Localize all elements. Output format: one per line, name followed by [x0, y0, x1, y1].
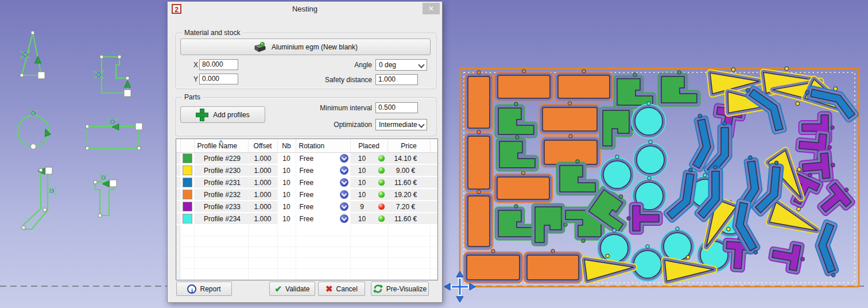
angle-select[interactable]: 0 deg	[375, 59, 427, 71]
vertex-handle[interactable]	[86, 147, 89, 150]
vertex-handle[interactable]	[98, 214, 102, 217]
material-button[interactable]: Aluminium egm (New blank)	[180, 38, 431, 55]
validate-button[interactable]: ✔ Validate	[269, 282, 315, 296]
profile-price: 14.10 €	[388, 153, 430, 165]
vertex-handle[interactable]	[20, 74, 24, 77]
refresh-icon	[373, 284, 383, 294]
rotation-dropdown-icon[interactable]	[340, 214, 348, 223]
y-field[interactable]: 0.000	[199, 74, 238, 84]
safety-distance-field[interactable]: 1.000	[375, 74, 418, 85]
profile-sketch[interactable]	[94, 55, 131, 97]
profile-row[interactable]: Profile #2331.00010Free97.20 €	[176, 201, 437, 213]
nested-part-green	[499, 136, 535, 168]
parts-label: Parts	[182, 93, 203, 101]
vertex-handle[interactable]	[38, 72, 45, 79]
rotation-dropdown-icon[interactable]	[340, 166, 348, 175]
vertex-handle[interactable]	[45, 167, 52, 174]
profile-nb[interactable]: 10	[277, 164, 296, 176]
cancel-button[interactable]: ✖ Cancel	[318, 282, 365, 296]
material-block-icon	[253, 42, 267, 52]
col-placed[interactable]: Placed	[350, 139, 388, 153]
profile-sketch[interactable]	[86, 118, 142, 150]
col-rotation[interactable]: Rotation	[296, 139, 350, 153]
add-profiles-button[interactable]: Add profiles	[180, 106, 265, 123]
nested-part-orange	[558, 70, 610, 98]
vertex-handle[interactable]	[137, 147, 141, 150]
nested-part-orange	[468, 190, 490, 247]
vertex-handle[interactable]	[126, 76, 129, 80]
profile-sketch[interactable]	[94, 174, 117, 217]
material-stock-label: Material and stock	[182, 29, 242, 37]
profile-rotation: Free	[300, 155, 314, 163]
profile-name: Profile #229	[194, 153, 248, 165]
vertex-handle[interactable]	[43, 208, 46, 211]
lead-in-dot	[516, 136, 519, 139]
y-label: Y	[193, 75, 198, 83]
lead-in-dot	[477, 130, 480, 134]
check-icon: ✔	[274, 284, 282, 294]
col-nb[interactable]: Nb	[277, 139, 296, 153]
optimization-select[interactable]: Intermediate	[375, 119, 427, 130]
profile-color-swatch	[183, 202, 192, 211]
minimum-interval-field[interactable]: 0.500	[375, 102, 418, 113]
lead-in-dot	[748, 156, 752, 160]
lead-in-dot	[521, 171, 525, 175]
vertex-handle[interactable]	[22, 226, 25, 229]
lead-in-dot	[831, 126, 834, 129]
lead-in-dot	[676, 227, 679, 230]
vertex-handle[interactable]	[86, 125, 89, 128]
profiles-table[interactable]: Profile Name Offset Nb Rotation Placed P…	[176, 138, 438, 280]
profile-sketch[interactable]	[22, 167, 57, 229]
rotation-dropdown-icon[interactable]	[340, 154, 348, 163]
vertex-handle[interactable]	[31, 31, 34, 34]
profile-name: Profile #232	[194, 188, 248, 201]
profile-nb[interactable]: 10	[277, 153, 296, 165]
profile-nb[interactable]: 10	[277, 188, 296, 201]
profile-row[interactable]: Profile #2321.00010Free1019.20 €	[176, 188, 437, 201]
profile-nb[interactable]: 10	[277, 201, 296, 213]
report-button[interactable]: i Report	[176, 282, 232, 296]
sort-asc-icon	[219, 140, 223, 143]
table-header-row[interactable]: Profile Name Offset Nb Rotation Placed P…	[176, 139, 437, 153]
vertex-handle[interactable]	[100, 55, 103, 59]
profile-row[interactable]: Profile #2291.00010Free1014.10 €	[176, 153, 437, 165]
profile-row[interactable]: Profile #2301.00010Free109.00 €	[176, 164, 437, 176]
profile-name: Profile #233	[194, 201, 248, 213]
col-price[interactable]: Price	[388, 139, 430, 153]
vertex-handle[interactable]	[110, 180, 117, 187]
vertex-handle[interactable]	[135, 123, 142, 130]
lead-in-dot	[514, 102, 518, 106]
lead-in-dot	[633, 73, 637, 76]
profile-nb[interactable]: 10	[277, 176, 296, 188]
profile-sketch[interactable]	[20, 31, 45, 79]
dialog-title: Nesting	[168, 5, 442, 13]
close-icon[interactable]: ✕	[423, 3, 440, 14]
direction-arrow-icon	[35, 56, 41, 63]
profile-sketch[interactable]	[18, 109, 51, 149]
vertex-handle[interactable]	[118, 55, 121, 59]
empty-row	[176, 258, 437, 269]
profile-row[interactable]: Profile #2341.00010Free1011.60 €	[176, 213, 437, 225]
dialog-titlebar[interactable]: 2 Nesting ✕	[168, 2, 442, 17]
rotation-dropdown-icon[interactable]	[340, 178, 348, 187]
previsualize-button[interactable]: Pre-Visualize	[371, 282, 429, 296]
profile-nb[interactable]: 10	[277, 213, 296, 225]
chevron-down-icon	[418, 121, 424, 128]
vertex-handle[interactable]	[94, 180, 97, 184]
nested-part-green	[603, 110, 635, 146]
rotation-dropdown-icon[interactable]	[340, 190, 348, 199]
vertex-handle[interactable]	[39, 168, 42, 172]
rotation-dropdown-icon[interactable]	[340, 202, 348, 211]
x-field[interactable]: 80.000	[199, 59, 238, 70]
col-offset[interactable]: Offset	[248, 139, 277, 153]
profile-offset: 1.000	[248, 153, 277, 165]
profile-row[interactable]: Profile #2311.00010Free1011.60 €	[176, 176, 437, 188]
vertex-handle[interactable]	[124, 90, 131, 97]
lead-in-dot	[615, 155, 619, 159]
col-profile-name[interactable]: Profile Name	[194, 139, 248, 153]
round-handle[interactable]	[31, 144, 36, 149]
lead-in-dot	[627, 217, 630, 220]
center-x-marker	[107, 118, 118, 126]
nested-part-orange	[468, 71, 490, 128]
lead-in-dot	[648, 176, 651, 180]
